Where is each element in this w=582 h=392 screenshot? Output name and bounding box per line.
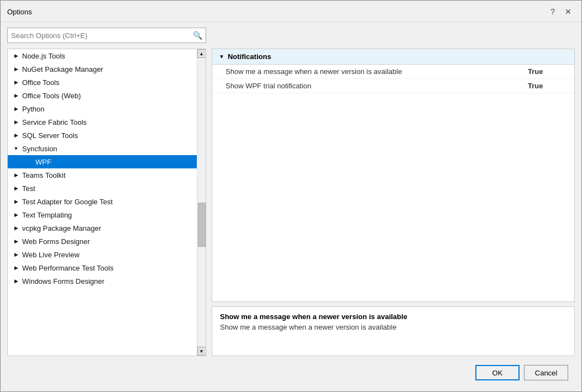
- notif-row-0: Show me a message when a newer version i…: [212, 65, 574, 79]
- notif-label: Show me a message when a newer version i…: [226, 67, 528, 76]
- cancel-button[interactable]: Cancel: [524, 365, 568, 380]
- search-input[interactable]: [11, 31, 193, 40]
- tree-item-label: Web Live Preview: [22, 251, 80, 259]
- tree-item-label: Python: [22, 105, 44, 113]
- dialog-title: Options: [7, 8, 32, 16]
- tree-item-vcpkg[interactable]: ▶vcpkg Package Manager: [8, 221, 197, 235]
- chevron-icon: ▶: [12, 264, 20, 272]
- dialog-body: 🔍 ▶Node.js Tools▶NuGet Package Manager▶O…: [1, 22, 581, 391]
- tree-item-label: vcpkg Package Manager: [22, 224, 101, 232]
- tree-item-label: Office Tools: [22, 78, 59, 87]
- chevron-icon: ▶: [12, 171, 20, 179]
- title-bar: Options ? ✕: [1, 1, 581, 22]
- tree-item-webperf[interactable]: ▶Web Performance Test Tools: [8, 261, 197, 274]
- tree-item-webforms[interactable]: ▶Web Forms Designer: [8, 235, 197, 248]
- tree-item-label: Web Performance Test Tools: [22, 264, 113, 272]
- notifications-section: ▼ Notifications Show me a message when a…: [212, 49, 575, 302]
- description-section: Show me a message when a newer version i…: [212, 306, 575, 356]
- chevron-icon: ▶: [12, 92, 20, 99]
- chevron-icon: ▶: [12, 251, 20, 258]
- tree-inner: ▶Node.js Tools▶NuGet Package Manager▶Off…: [8, 49, 206, 356]
- tree-item-label: Text Templating: [22, 211, 72, 219]
- tree-item-office[interactable]: ▶Office Tools: [8, 76, 197, 89]
- tree-item-label: Node.js Tools: [22, 52, 65, 60]
- main-area: ▶Node.js Tools▶NuGet Package Manager▶Off…: [7, 49, 575, 356]
- chevron-icon: ▶: [12, 211, 20, 219]
- scrollbar-thumb-area: [197, 58, 206, 347]
- tree-item-label: Test: [22, 184, 35, 193]
- tree-item-winforms[interactable]: ▶Windows Forms Designer: [8, 274, 197, 288]
- search-box: 🔍: [7, 28, 206, 43]
- tree-item-servicefabric[interactable]: ▶Service Fabric Tools: [8, 115, 197, 129]
- right-panel: ▼ Notifications Show me a message when a…: [212, 49, 575, 356]
- tree-item-test[interactable]: ▶Test: [8, 182, 197, 195]
- tree-item-wpf[interactable]: WPF: [8, 155, 197, 168]
- tree-item-teams[interactable]: ▶Teams Toolkit: [8, 168, 197, 182]
- chevron-icon: ▶: [12, 224, 20, 232]
- search-icon: 🔍: [193, 31, 202, 40]
- tree-item-label: Web Forms Designer: [22, 237, 90, 246]
- footer: OK Cancel: [7, 362, 575, 386]
- tree-item-label: Office Tools (Web): [22, 92, 81, 100]
- description-title: Show me a message when a newer version i…: [220, 312, 567, 321]
- scroll-up-button[interactable]: ▲: [197, 49, 206, 58]
- tree-item-sqlserver[interactable]: ▶SQL Server Tools: [8, 129, 197, 142]
- tree-item-python[interactable]: ▶Python: [8, 102, 197, 115]
- tree-item-weblive[interactable]: ▶Web Live Preview: [8, 248, 197, 261]
- chevron-icon: ▶: [12, 237, 20, 245]
- tree-item-label: Syncfusion: [22, 145, 57, 153]
- notif-label: Show WPF trial notification: [226, 82, 528, 90]
- scrollbar-thumb[interactable]: [198, 203, 206, 247]
- title-bar-controls: ? ✕: [546, 5, 575, 18]
- chevron-icon: ▶: [12, 277, 20, 285]
- notif-value: True: [528, 67, 561, 76]
- tree-item-nuget[interactable]: ▶NuGet Package Manager: [8, 62, 197, 76]
- tree-item-label: Test Adapter for Google Test: [22, 198, 113, 206]
- ok-button[interactable]: OK: [475, 365, 520, 380]
- tree-item-label: NuGet Package Manager: [22, 65, 103, 73]
- tree-item-label: Teams Toolkit: [22, 171, 66, 179]
- chevron-icon: ▶: [12, 118, 20, 126]
- notifications-rows: Show me a message when a newer version i…: [212, 65, 574, 93]
- chevron-icon: ▶: [12, 184, 20, 192]
- collapse-icon[interactable]: ▼: [219, 54, 224, 60]
- chevron-icon: ▶: [12, 198, 20, 205]
- tree-item-officeweb[interactable]: ▶Office Tools (Web): [8, 89, 197, 102]
- description-text: Show me a message when a newer version i…: [220, 323, 567, 331]
- chevron-icon: ▶: [12, 105, 20, 113]
- options-dialog: Options ? ✕ 🔍 ▶Node.js Tools▶NuGet Packa…: [0, 0, 582, 392]
- chevron-icon: ▼: [12, 145, 20, 152]
- chevron-icon: ▶: [12, 78, 20, 86]
- help-button[interactable]: ?: [546, 5, 559, 18]
- notif-row-1: Show WPF trial notificationTrue: [212, 79, 574, 93]
- chevron-icon: [25, 158, 33, 166]
- scrollbar[interactable]: ▲ ▼: [197, 49, 206, 356]
- tree-container[interactable]: ▶Node.js Tools▶NuGet Package Manager▶Off…: [8, 49, 197, 356]
- tree-item-label: SQL Server Tools: [22, 131, 78, 140]
- chevron-icon: ▶: [12, 65, 20, 73]
- tree-item-label: Service Fabric Tools: [22, 118, 87, 126]
- tree-item-syncfusion[interactable]: ▼Syncfusion: [8, 142, 197, 155]
- notif-value: True: [528, 82, 561, 90]
- search-row: 🔍: [7, 28, 575, 43]
- close-button[interactable]: ✕: [562, 5, 575, 18]
- chevron-icon: ▶: [12, 131, 20, 139]
- scroll-down-button[interactable]: ▼: [197, 347, 206, 356]
- notifications-header: ▼ Notifications: [212, 49, 574, 65]
- notifications-title: Notifications: [228, 52, 271, 61]
- tree-panel: ▶Node.js Tools▶NuGet Package Manager▶Off…: [7, 49, 206, 356]
- chevron-icon: ▶: [12, 52, 20, 60]
- tree-item-testadapter[interactable]: ▶Test Adapter for Google Test: [8, 195, 197, 208]
- tree-item-nodejs[interactable]: ▶Node.js Tools: [8, 49, 197, 62]
- tree-item-label: Windows Forms Designer: [22, 277, 104, 285]
- tree-item-texttemplating[interactable]: ▶Text Templating: [8, 208, 197, 221]
- tree-item-label: WPF: [35, 158, 51, 166]
